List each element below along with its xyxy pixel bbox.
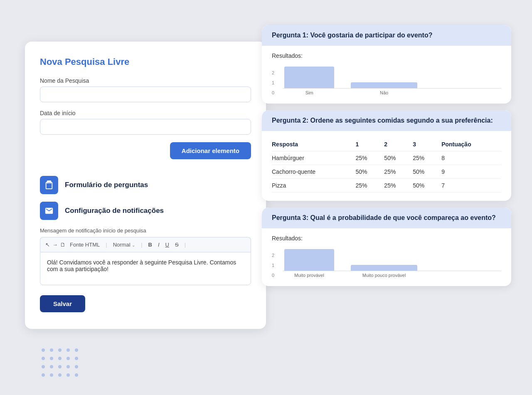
clipboard-icon [40, 176, 58, 194]
pergunta1-body: Resultados: 2 1 0 [262, 46, 511, 104]
pergunta2-body: Resposta 1 2 3 Pontuação Hambúrguer 25% … [262, 131, 511, 201]
panel-title: Nova Pesquisa Livre [40, 57, 251, 67]
col-pontuacao: Pontuação [441, 138, 501, 151]
left-panel: Nova Pesquisa Livre Nome da Pesquisa Dat… [25, 42, 266, 329]
data-input[interactable] [40, 119, 251, 135]
notif-section-label: Configuração de notificações [65, 207, 164, 215]
row3-pontuacao: 7 [441, 179, 501, 193]
bar-muito-provavel-label: Muito provável [284, 273, 334, 278]
pergunta3-title: Pergunta 3: Qual é a probabilidade de qu… [272, 214, 501, 222]
bar-sim-rect [284, 67, 334, 88]
bar-muito-pouco-label: Muito pouco provável [351, 273, 417, 278]
pergunta2-title: Pergunta 2: Ordene as seguintes comidas … [272, 117, 501, 124]
underline-button[interactable]: U [164, 241, 171, 249]
notification-label: Mensagem de notificação início de pesqui… [40, 227, 251, 234]
nome-input[interactable] [40, 86, 251, 102]
bar-muito-provavel-rect [284, 249, 334, 271]
pergunta2-card: Pergunta 2: Ordene as seguintes comidas … [262, 110, 511, 201]
pergunta3-card: Pergunta 3: Qual é a probabilidade de qu… [262, 207, 511, 286]
bar-sim-label: Sim [284, 90, 334, 95]
save-button[interactable]: Salvar [40, 295, 85, 312]
pergunta3-header: Pergunta 3: Qual é a probabilidade de qu… [262, 207, 511, 228]
pergunta1-header: Pergunta 1: Você gostaria de participar … [262, 25, 511, 46]
pergunta3-body: Resultados: 2 1 0 [262, 228, 511, 286]
fonte-html-label[interactable]: Fonte HTML [68, 241, 101, 249]
pergunta1-results-label: Resultados: [272, 52, 501, 59]
form-section-item: Formulário de perguntas [40, 176, 251, 194]
table-row: Hambúrguer 25% 50% 25% 8 [272, 151, 501, 165]
row2-pontuacao: 9 [441, 165, 501, 179]
bar-nao-rect [351, 82, 417, 88]
decorative-dots [42, 348, 80, 378]
pergunta1-card: Pergunta 1: Você gostaria de participar … [262, 25, 511, 104]
undo-icon[interactable]: ↖ [45, 242, 50, 248]
bar-sim [284, 67, 334, 88]
bar-nao [351, 82, 417, 88]
bar-muito-provavel [284, 249, 334, 271]
nome-label: Nome da Pesquisa [40, 77, 251, 84]
col-resposta: Resposta [272, 138, 355, 151]
col-3: 3 [413, 138, 441, 151]
bar-nao-label: Não [351, 90, 417, 95]
col-1: 1 [355, 138, 384, 151]
editor-toolbar: ↖ → 🗋 Fonte HTML | Normal ⌄ | B I U S | [40, 237, 251, 252]
italic-button[interactable]: I [156, 241, 161, 249]
bar-muito-pouco-provavel [351, 265, 417, 271]
y-axis-1: 2 1 0 [272, 70, 274, 95]
pergunta1-title: Pergunta 1: Você gostaria de participar … [272, 32, 501, 39]
notif-section-item: Configuração de notificações [40, 202, 251, 220]
add-element-button[interactable]: Adicionar elemento [170, 142, 251, 159]
row2-c1: 50% [355, 165, 384, 179]
pergunta2-header: Pergunta 2: Ordene as seguintes comidas … [262, 110, 511, 131]
source-icon[interactable]: 🗋 [60, 242, 66, 248]
right-column: Pergunta 1: Você gostaria de participar … [262, 25, 511, 286]
redo-icon[interactable]: → [52, 242, 58, 248]
row1-c3: 25% [413, 151, 441, 165]
row3-c1: 25% [355, 179, 384, 193]
row2-c3: 50% [413, 165, 441, 179]
data-label: Data de início [40, 110, 251, 116]
pergunta3-results-label: Resultados: [272, 235, 501, 242]
row3-c3: 50% [413, 179, 441, 193]
table-row: Cachorro-quente 50% 25% 50% 9 [272, 165, 501, 179]
row1-pontuacao: 8 [441, 151, 501, 165]
bar-muito-pouco-provavel-rect [351, 265, 417, 271]
form-section-label: Formulário de perguntas [65, 181, 148, 189]
y-axis-3: 2 1 0 [272, 253, 274, 278]
row2-c2: 25% [384, 165, 413, 179]
editor-text: Olá! Convidamos você a responder à segui… [47, 259, 236, 272]
table-header-row: Resposta 1 2 3 Pontuação [272, 138, 501, 151]
bold-button[interactable]: B [147, 241, 154, 249]
row1-c1: 25% [355, 151, 384, 165]
col-2: 2 [384, 138, 413, 151]
editor-body[interactable]: Olá! Convidamos você a responder à segui… [40, 252, 251, 285]
row1-c2: 50% [384, 151, 413, 165]
row1-resposta: Hambúrguer [272, 151, 355, 165]
format-dropdown[interactable]: Normal ⌄ [111, 241, 137, 249]
table-row: Pizza 25% 25% 50% 7 [272, 179, 501, 193]
pergunta2-table: Resposta 1 2 3 Pontuação Hambúrguer 25% … [272, 138, 501, 193]
strikethrough-button[interactable]: S [173, 241, 180, 249]
row3-c2: 25% [384, 179, 413, 193]
row2-resposta: Cachorro-quente [272, 165, 355, 179]
mail-icon [40, 202, 58, 220]
row3-resposta: Pizza [272, 179, 355, 193]
